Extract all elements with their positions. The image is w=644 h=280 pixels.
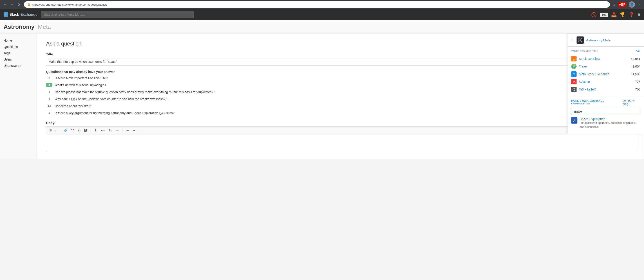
community-travel[interactable]: Travel [579,65,630,68]
vote-count: 4 [46,90,52,93]
title-section: Title [46,52,637,66]
question-item: 4 Can we please not make the terrible qu… [46,90,637,95]
sidebar-item-home[interactable]: Home [0,37,37,44]
trophy-icon[interactable]: 🏆 [620,12,626,17]
collapse-icon[interactable]: □ [571,38,573,42]
community-search-input[interactable] [571,108,640,115]
title-input[interactable] [46,58,637,66]
help-icon[interactable]: ❓ [629,12,634,17]
sidebar-item-users[interactable]: Users [0,56,37,63]
question-item: 13 Concerns about this site 2 [46,104,637,109]
community-item: 🔥 Stack Overflow 52,641 [571,55,640,63]
search-result-info: Space Exploration For spacecraft operato… [580,117,640,129]
svg-point-1 [580,39,581,41]
question-link[interactable]: Concerns about this site 2 [55,104,91,109]
similar-questions: Questions that may already have your ans… [46,70,637,115]
page-title: Ask a question [46,41,637,47]
blockquote-button[interactable]: ❝❞ [70,128,76,133]
site-title: Astronomy Meta [4,24,51,30]
sidebar-item-unanswered[interactable]: Unanswered [0,63,37,69]
community-item: { } TeX - LaTeX 703 [571,86,640,93]
communities-title: YOUR COMMUNITIES [571,50,598,53]
question-item: 3 Is More Math Important For This Site? [46,76,637,81]
more-title: MORE STACK EXCHANGE COMMUNITIES [571,100,623,105]
star-icon[interactable]: ☆ [612,2,616,7]
question-link[interactable]: Why can't I click on the up/down vote co… [55,97,168,102]
similar-questions-heading: Questions that may already have your ans… [46,70,637,74]
address-bar[interactable]: 🔒 https://astronomy.meta.stackexchange.c… [24,1,610,8]
community-item: 🌍 Travel 2,604 [571,63,640,70]
redo-button[interactable]: ↪ [132,128,136,133]
community-tex[interactable]: TeX - LaTeX [579,88,633,91]
browser-actions: ☆ ABP 👤 ⋮ [612,1,641,8]
community-meta[interactable]: Meta Stack Exchange [579,72,630,76]
panel-site-name[interactable]: Astronomy Meta [586,38,610,42]
body-label: Body [46,121,637,125]
abp-icon[interactable]: ABP [618,2,626,7]
vote-count: 3 [46,76,52,80]
question-link[interactable]: Is More Math Important For This Site? [55,76,108,81]
space-exploration-icon: 🚀 [571,117,578,124]
meta-label: Meta [38,24,51,30]
image-button[interactable]: 🖼 [83,128,88,133]
title-label: Title [46,52,637,56]
search-input[interactable] [41,11,194,18]
search-result-item: 🚀 Space Exploration For spacecraft opera… [571,115,640,131]
browser-chrome: ← → ⟳ 🔒 https://astronomy.meta.stackexch… [0,0,644,9]
content-area: Ask a question Title Questions that may … [37,34,644,159]
answer-count-badge: 5 [46,83,52,87]
question-item: 2 Is there a key argument for not mergin… [46,111,637,115]
sidebar-item-questions[interactable]: Questions [0,44,37,50]
edit-communities-link[interactable]: edit [636,49,640,53]
lock-icon: 🔒 [27,3,30,6]
italic-button[interactable]: I [54,128,57,133]
user-menu-icon[interactable]: 👤 [629,1,635,8]
search-result-desc: For spacecraft operators, scientists, en… [580,121,636,129]
ordered-list-button[interactable]: 1. [94,128,98,133]
more-section: MORE STACK EXCHANGE COMMUNITIES company … [568,96,644,134]
question-link[interactable]: What's up with this serial upvoting? 1 [55,83,106,88]
aviation-icon: ✈ [571,79,576,84]
code-button[interactable]: {} [77,128,81,133]
link-button[interactable]: 🔗 [63,128,68,133]
unordered-list-button[interactable]: •— [100,128,106,133]
search-bar[interactable] [41,11,194,18]
panel-site-header: □ Astronomy Meta [568,34,644,47]
site-header: ≡ StackExchange 🚫 101 📥 🏆 ❓ ≡ [0,9,644,20]
communities-header: YOUR COMMUNITIES edit [571,49,640,53]
communities-section: YOUR COMMUNITIES edit 🔥 Stack Overflow 5… [568,47,644,96]
search-result-name[interactable]: Space Exploration [580,117,640,121]
menu-icon[interactable]: ⋮ [637,2,641,7]
reload-button[interactable]: ⟳ [16,2,22,7]
undo-button[interactable]: ↩ [126,128,130,133]
heading-button[interactable]: T↓ [108,128,113,133]
editor-body[interactable] [46,134,637,152]
company-blog-link[interactable]: company blog [623,99,640,106]
sidebar-item-tags[interactable]: Tags [0,50,37,56]
hr-button[interactable]: — [115,128,120,133]
inbox-icon[interactable]: 📥 [611,12,617,17]
question-link[interactable]: Is there a key argument for not merging … [55,111,174,115]
bold-button[interactable]: B [48,128,52,133]
travel-icon: 🌍 [571,64,576,69]
vote-count: 2 [46,111,52,114]
stackoverflow-icon: 🔥 [571,56,576,62]
astronomy-icon [578,38,582,43]
question-link[interactable]: Can we please not make the terrible ques… [55,90,216,95]
forward-button[interactable]: → [10,2,15,7]
site-name: Astronomy [4,24,34,30]
search-communities[interactable] [571,108,640,115]
community-stackoverflow[interactable]: Stack Overflow [579,57,628,61]
browser-nav-buttons: ← → ⟳ [3,2,22,7]
vote-count: 4 [46,97,52,100]
meta-icon: □ [571,71,576,77]
more-header: MORE STACK EXCHANGE COMMUNITIES company … [571,99,640,106]
logo[interactable]: ≡ StackExchange [4,12,37,17]
body-section: Body B I 🔗 ❝❞ {} 🖼 1. •— T↓ — ↩ ↪ ❓ [46,121,637,152]
back-button[interactable]: ← [3,2,8,7]
toolbar-separator [90,128,91,132]
logo-stack: Stack [10,13,19,17]
community-aviation[interactable]: Aviation [579,80,633,84]
hamburger-icon[interactable]: ≡ [638,12,640,18]
crossed-icon[interactable]: 🚫 [591,12,597,17]
